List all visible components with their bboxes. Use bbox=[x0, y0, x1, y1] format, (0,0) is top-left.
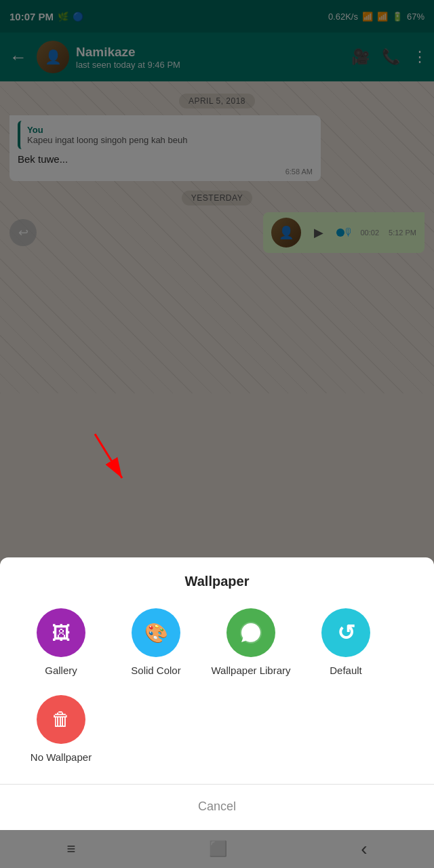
no-wallpaper-label: No Wallpaper bbox=[31, 751, 92, 764]
solid-color-option[interactable]: 🎨 Solid Color bbox=[108, 601, 203, 688]
wallpaper-library-label: Wallpaper Library bbox=[212, 664, 291, 677]
default-label: Default bbox=[330, 664, 362, 677]
default-option[interactable]: ↺ Default bbox=[298, 601, 393, 688]
gallery-icon: 🖼 bbox=[52, 622, 71, 644]
solid-color-icon: 🎨 bbox=[144, 622, 168, 644]
cancel-button[interactable]: Cancel bbox=[0, 787, 434, 823]
solid-color-icon-circle: 🎨 bbox=[132, 608, 180, 657]
default-icon-circle: ↺ bbox=[321, 608, 370, 657]
default-icon: ↺ bbox=[337, 620, 355, 646]
no-wallpaper-icon-circle: 🗑 bbox=[37, 695, 85, 744]
no-wallpaper-option[interactable]: 🗑 No Wallpaper bbox=[14, 688, 108, 775]
wallpaper-library-option[interactable]: Wallpaper Library bbox=[203, 601, 298, 688]
sheet-divider bbox=[0, 784, 434, 785]
wallpaper-options: 🖼 Gallery 🎨 Solid Color Wall bbox=[0, 601, 434, 781]
gallery-option[interactable]: 🖼 Gallery bbox=[14, 601, 108, 688]
wallpaper-dialog: Wallpaper 🖼 Gallery 🎨 Solid Color bbox=[0, 557, 434, 830]
no-wallpaper-icon: 🗑 bbox=[52, 708, 71, 730]
gallery-label: Gallery bbox=[45, 664, 77, 677]
dialog-title: Wallpaper bbox=[0, 557, 434, 601]
gallery-icon-circle: 🖼 bbox=[37, 608, 85, 657]
solid-color-label: Solid Color bbox=[131, 664, 180, 677]
wallpaper-library-icon bbox=[239, 620, 263, 645]
wallpaper-library-icon-circle bbox=[226, 608, 275, 657]
